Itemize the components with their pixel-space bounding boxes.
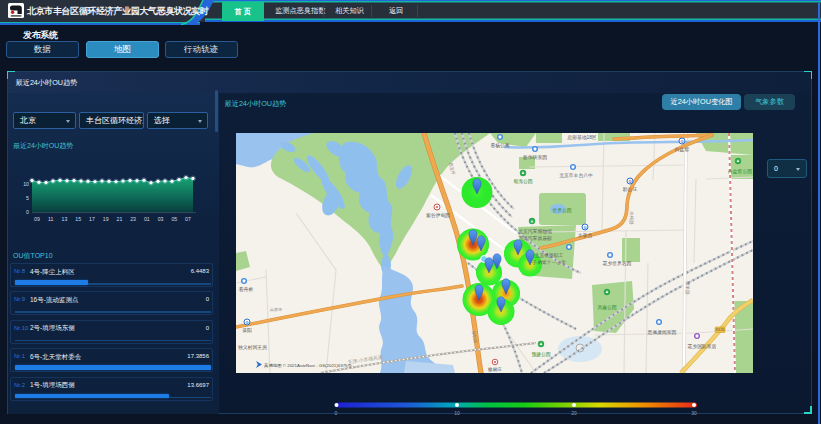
svg-text:北京市丰台八中: 北京市丰台八中 bbox=[559, 172, 593, 179]
svg-text:白盆窑公园: 白盆窑公园 bbox=[728, 168, 752, 174]
svg-text:北京铁路职工: 北京铁路职工 bbox=[535, 252, 564, 259]
svg-text:S326: S326 bbox=[716, 328, 725, 332]
svg-text:07: 07 bbox=[185, 216, 191, 222]
svg-text:G: G bbox=[628, 178, 631, 183]
svg-text:樊羊路: 樊羊路 bbox=[685, 281, 690, 295]
svg-text:05: 05 bbox=[171, 216, 177, 222]
svg-text:世界公园: 世界公园 bbox=[551, 208, 571, 213]
svg-text:恩佩康闻家园: 恩佩康闻家园 bbox=[647, 329, 677, 336]
svg-text:花乡世界名园: 花乡世界名园 bbox=[603, 260, 632, 267]
svg-text:19: 19 bbox=[103, 216, 109, 222]
svg-text:看杨公寓: 看杨公寓 bbox=[490, 142, 509, 149]
svg-text:郭公庄: 郭公庄 bbox=[623, 186, 638, 193]
svg-text:看丹桥: 看丹桥 bbox=[239, 286, 254, 293]
svg-text:23: 23 bbox=[130, 216, 136, 222]
svg-text:高鑫公园: 高鑫公园 bbox=[597, 304, 616, 310]
svg-text:G: G bbox=[680, 138, 683, 143]
svg-text:新华联家园: 新华联家园 bbox=[523, 154, 547, 160]
svg-text:白盆窑: 白盆窑 bbox=[675, 146, 690, 152]
svg-text:总部基地18区: 总部基地18区 bbox=[567, 134, 597, 141]
svg-text:21: 21 bbox=[117, 216, 123, 222]
svg-text:13: 13 bbox=[62, 216, 68, 222]
svg-text:G: G bbox=[583, 224, 586, 229]
svg-text:子弟第十一小学: 子弟第十一小学 bbox=[532, 259, 566, 266]
svg-text:银海公园: 银海公园 bbox=[513, 178, 532, 184]
svg-text:09: 09 bbox=[34, 216, 40, 222]
svg-text:北京汽车博物馆: 北京汽车博物馆 bbox=[518, 228, 552, 235]
svg-text:15: 15 bbox=[75, 216, 81, 222]
svg-text:01: 01 bbox=[144, 216, 150, 222]
svg-text:03: 03 bbox=[158, 216, 164, 222]
svg-text:高德地图 © 2021AutoNavi - GS(2021): 高德地图 © 2021AutoNavi - GS(2021)6375号 bbox=[264, 363, 353, 368]
svg-text:飞灵汽车俱乐部: 飞灵汽车俱乐部 bbox=[518, 235, 552, 242]
svg-text:0: 0 bbox=[26, 209, 29, 215]
svg-text:5: 5 bbox=[26, 195, 29, 201]
svg-text:高家堡: 高家堡 bbox=[270, 307, 283, 312]
svg-text:17: 17 bbox=[89, 216, 95, 222]
svg-text:丰科路: 丰科路 bbox=[629, 211, 634, 225]
svg-text:10: 10 bbox=[23, 181, 29, 187]
svg-text:11: 11 bbox=[48, 216, 53, 222]
svg-text:花乡国际家居: 花乡国际家居 bbox=[688, 343, 717, 350]
svg-text:G: G bbox=[245, 319, 248, 324]
svg-text:独义村回王房: 独义村回王房 bbox=[238, 344, 267, 351]
